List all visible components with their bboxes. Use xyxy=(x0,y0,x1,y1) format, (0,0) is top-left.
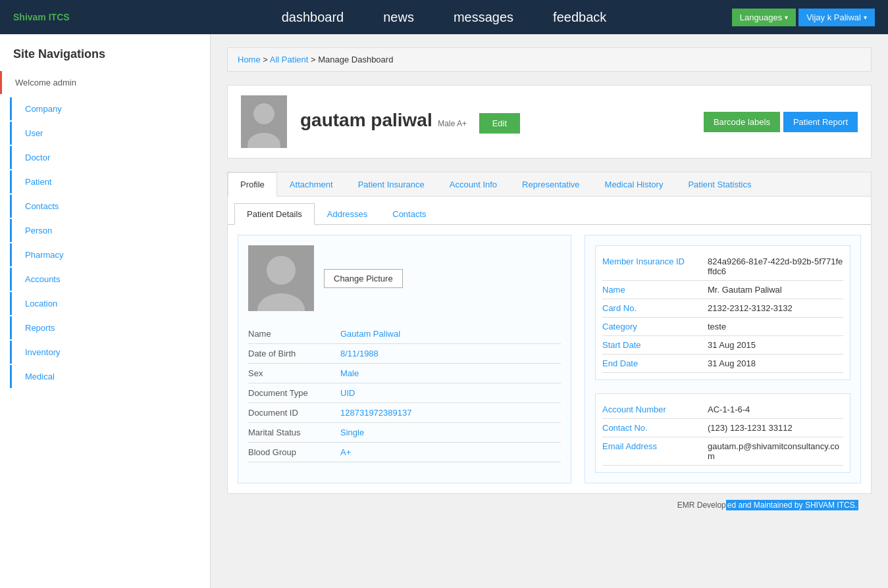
sub-tab-contacts[interactable]: Contacts xyxy=(380,203,438,225)
insurance-section: Member Insurance ID 824a9266-81e7-422d-b… xyxy=(595,245,850,380)
languages-button[interactable]: Languages ▾ xyxy=(732,9,796,26)
barcode-labels-button[interactable]: Barcode labels xyxy=(704,112,780,132)
patient-header: gautam paliwal Male A+ Edit Barcode labe… xyxy=(227,85,872,159)
main-tab-bar: Profile Attachment Patient Insurance Acc… xyxy=(228,172,871,197)
sidebar: Site Navigations Welcome admin Company U… xyxy=(0,34,211,588)
footer: EMR Developed and Maintained by SHIVAM I… xyxy=(227,494,872,516)
top-navigation: Shivam ITCS dashboard news messages feed… xyxy=(0,0,888,34)
tab-patient-statistics[interactable]: Patient Statistics xyxy=(675,172,764,197)
right-panel: Member Insurance ID 824a9266-81e7-422d-b… xyxy=(585,235,861,483)
left-panel: Change Picture Name Gautam Paliwal Date … xyxy=(238,235,571,483)
sidebar-item-patient[interactable]: Patient xyxy=(10,170,210,193)
insurance-field-name: Name Mr. Gautam Paliwal xyxy=(602,281,843,299)
patient-details-content: Change Picture Name Gautam Paliwal Date … xyxy=(228,225,871,493)
avatar-icon xyxy=(241,95,287,148)
sidebar-item-pharmacy[interactable]: Pharmacy xyxy=(10,243,210,266)
breadcrumb-sep1: > xyxy=(263,55,268,64)
sidebar-item-user[interactable]: User xyxy=(10,122,210,145)
insurance-field-start-date: Start Date 31 Aug 2015 xyxy=(602,336,843,355)
photo-placeholder xyxy=(248,245,314,311)
breadcrumb-sep2: > xyxy=(311,55,316,64)
sidebar-item-inventory[interactable]: Inventory xyxy=(10,341,210,364)
svg-point-1 xyxy=(253,103,274,124)
languages-dropdown-arrow: ▾ xyxy=(785,14,788,21)
nav-messages[interactable]: messages xyxy=(454,10,513,25)
breadcrumb-home[interactable]: Home xyxy=(238,55,261,64)
field-sex: Sex Male xyxy=(248,364,561,383)
account-section: Account Number AC-1-1-6-4 Contact No. (1… xyxy=(595,393,850,473)
tab-account-info[interactable]: Account Info xyxy=(437,172,509,197)
change-picture-button[interactable]: Change Picture xyxy=(324,269,403,288)
insurance-field-category: Category teste xyxy=(602,318,843,336)
insurance-field-card: Card No. 2132-2312-3132-3132 xyxy=(602,299,843,318)
field-blood-group: Blood Group A+ xyxy=(248,443,561,462)
profile-photo-icon xyxy=(248,245,314,311)
tab-patient-insurance[interactable]: Patient Insurance xyxy=(346,172,437,197)
sidebar-welcome: Welcome admin xyxy=(0,71,210,94)
insurance-field-end-date: End Date 31 Aug 2018 xyxy=(602,355,843,373)
content-area: Home > All Patient > Manage Dashboard ga… xyxy=(211,34,888,588)
patient-avatar xyxy=(241,95,287,148)
account-field-email: Email Address gautam.p@shivamitconsultan… xyxy=(602,437,843,466)
field-marital-status: Marital Status Single xyxy=(248,423,561,443)
field-name: Name Gautam Paliwal xyxy=(248,324,561,344)
main-tabs-panel: Profile Attachment Patient Insurance Acc… xyxy=(227,172,872,494)
account-field-number: Account Number AC-1-1-6-4 xyxy=(602,401,843,419)
nav-news[interactable]: news xyxy=(383,10,414,25)
header-actions: Barcode labels Patient Report xyxy=(704,112,858,132)
field-document-type: Document Type UID xyxy=(248,383,561,403)
top-right-buttons: Languages ▾ Vijay k Paliwal ▾ xyxy=(732,9,875,26)
footer-text-static: EMR Develop xyxy=(677,501,726,510)
tab-attachment[interactable]: Attachment xyxy=(277,172,346,197)
nav-links: dashboard news messages feedback xyxy=(282,10,607,25)
breadcrumb-current: Manage Dashboard xyxy=(318,55,393,64)
nav-dashboard[interactable]: dashboard xyxy=(282,10,344,25)
sidebar-item-contacts[interactable]: Contacts xyxy=(10,195,210,218)
user-menu-button[interactable]: Vijay k Paliwal ▾ xyxy=(798,9,875,26)
sidebar-item-accounts[interactable]: Accounts xyxy=(10,268,210,291)
brand-logo: Shivam ITCS xyxy=(13,12,70,22)
sidebar-item-person[interactable]: Person xyxy=(10,219,210,242)
insurance-field-member-id: Member Insurance ID 824a9266-81e7-422d-b… xyxy=(602,253,843,281)
patient-meta: Male A+ xyxy=(438,119,467,128)
svg-point-4 xyxy=(267,256,296,285)
sidebar-title: Site Navigations xyxy=(0,47,210,71)
tab-profile[interactable]: Profile xyxy=(228,172,277,197)
sub-tab-addresses[interactable]: Addresses xyxy=(315,203,380,225)
sidebar-item-medical[interactable]: Medical xyxy=(10,365,210,388)
field-dob: Date of Birth 8/11/1988 xyxy=(248,344,561,364)
sidebar-item-reports[interactable]: Reports xyxy=(10,316,210,339)
photo-area: Change Picture xyxy=(248,245,561,311)
field-document-id: Document ID 128731972389137 xyxy=(248,403,561,423)
tab-medical-history[interactable]: Medical History xyxy=(592,172,676,197)
breadcrumb-allpatient[interactable]: All Patient xyxy=(270,55,309,64)
patient-name: gautam paliwal xyxy=(300,110,432,130)
patient-report-button[interactable]: Patient Report xyxy=(783,112,858,132)
main-layout: Site Navigations Welcome admin Company U… xyxy=(0,34,888,588)
tab-representative[interactable]: Representative xyxy=(509,172,592,197)
sidebar-item-doctor[interactable]: Doctor xyxy=(10,146,210,169)
account-field-contact: Contact No. (123) 123-1231 33112 xyxy=(602,419,843,437)
edit-button[interactable]: Edit xyxy=(479,113,520,134)
nav-feedback[interactable]: feedback xyxy=(553,10,606,25)
sidebar-item-company[interactable]: Company xyxy=(10,97,210,120)
footer-highlight: ed and Maintained by SHIVAM ITCS. xyxy=(726,500,858,510)
breadcrumb: Home > All Patient > Manage Dashboard xyxy=(227,47,872,72)
sub-tab-patient-details[interactable]: Patient Details xyxy=(234,203,315,225)
user-dropdown-arrow: ▾ xyxy=(864,14,867,21)
sub-tab-bar: Patient Details Addresses Contacts xyxy=(228,197,871,225)
patient-name-area: gautam paliwal Male A+ Edit xyxy=(300,110,704,134)
sidebar-item-location[interactable]: Location xyxy=(10,292,210,315)
